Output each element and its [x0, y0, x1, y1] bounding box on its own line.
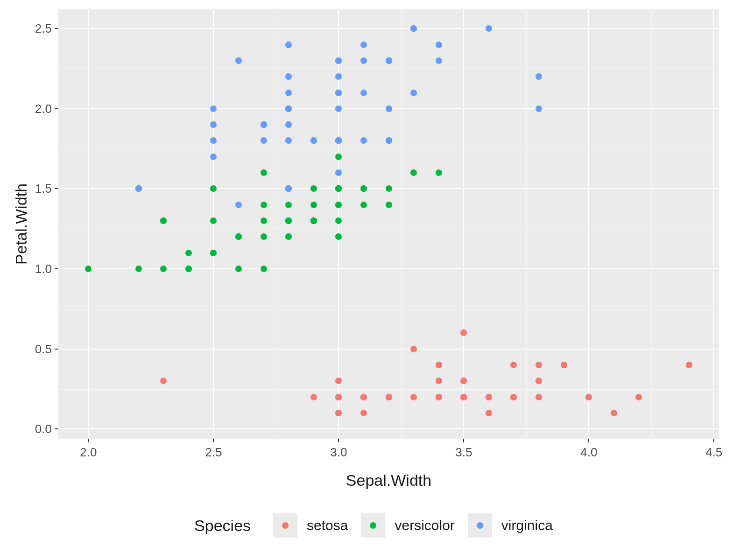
- data-point: [436, 42, 442, 48]
- grid-major-v: [463, 9, 464, 439]
- data-point: [310, 185, 317, 192]
- data-point: [410, 394, 417, 400]
- data-point: [460, 394, 467, 400]
- data-point: [335, 73, 342, 80]
- data-point: [235, 57, 242, 64]
- data-point: [386, 105, 392, 112]
- data-point: [386, 202, 392, 208]
- data-point: [285, 121, 292, 128]
- data-point: [386, 57, 392, 64]
- data-point: [486, 410, 492, 416]
- data-point: [635, 394, 642, 400]
- data-point: [335, 185, 342, 192]
- data-point: [360, 137, 367, 144]
- data-point: [160, 266, 167, 272]
- grid-minor-h: [58, 69, 719, 69]
- legend: Species setosaversicolorvirginica: [194, 513, 553, 538]
- data-point: [585, 394, 592, 400]
- data-point: [360, 202, 367, 208]
- data-point: [410, 90, 417, 96]
- legend-key: [273, 513, 297, 538]
- grid-minor-v: [151, 9, 151, 439]
- y-axis-title: Petal.Width: [12, 183, 30, 265]
- data-point: [335, 57, 342, 64]
- data-point: [360, 57, 367, 64]
- grid-major-h: [58, 268, 719, 269]
- grid-minor-h: [58, 389, 719, 390]
- x-tick: [338, 439, 339, 442]
- data-point: [335, 154, 342, 160]
- data-point: [410, 25, 417, 32]
- data-point: [285, 137, 292, 144]
- data-point: [261, 121, 267, 128]
- data-point: [536, 362, 542, 368]
- data-point: [285, 42, 292, 48]
- grid-major-v: [713, 9, 714, 439]
- grid-major-v: [588, 9, 589, 439]
- legend-title: Species: [194, 517, 251, 535]
- data-point: [261, 202, 267, 208]
- data-point: [386, 185, 392, 192]
- data-point: [410, 346, 417, 352]
- data-point: [335, 137, 342, 144]
- data-point: [335, 378, 342, 384]
- data-point: [235, 233, 242, 240]
- data-point: [611, 410, 617, 416]
- legend-label: versicolor: [395, 518, 454, 533]
- legend-label: virginica: [501, 518, 553, 533]
- data-point: [210, 185, 217, 192]
- legend-swatch: [370, 522, 376, 529]
- grid-major-h: [58, 349, 719, 350]
- grid-minor-v: [276, 9, 276, 439]
- data-point: [285, 105, 292, 112]
- data-point: [436, 394, 442, 400]
- data-point: [261, 266, 267, 272]
- data-point: [310, 137, 317, 144]
- x-tick: [463, 439, 464, 442]
- data-point: [310, 217, 317, 224]
- data-point: [335, 90, 342, 96]
- data-point: [210, 105, 217, 112]
- data-point: [261, 233, 267, 240]
- data-point: [436, 378, 442, 384]
- data-point: [285, 185, 292, 192]
- data-point: [335, 169, 342, 176]
- y-tick: [55, 428, 58, 429]
- data-point: [210, 217, 217, 224]
- data-point: [335, 105, 342, 112]
- data-point: [135, 185, 142, 192]
- data-point: [235, 266, 242, 272]
- data-point: [460, 378, 467, 384]
- legend-label: setosa: [307, 518, 348, 533]
- data-point: [360, 394, 367, 400]
- plot-panel: 0.00.51.01.52.02.52.02.53.03.54.04.5: [58, 9, 719, 439]
- x-axis-title: Sepal.Width: [346, 471, 431, 490]
- grid-major-h: [58, 28, 719, 29]
- legend-item: virginica: [468, 513, 553, 538]
- y-tick: [55, 188, 58, 189]
- data-point: [135, 266, 142, 272]
- data-point: [285, 90, 292, 96]
- data-point: [386, 394, 392, 400]
- legend-swatch: [477, 522, 483, 529]
- data-point: [160, 378, 167, 384]
- data-point: [261, 169, 267, 176]
- data-point: [486, 25, 492, 32]
- data-point: [85, 266, 92, 272]
- data-point: [335, 202, 342, 208]
- grid-minor-v: [401, 9, 402, 439]
- data-point: [185, 266, 192, 272]
- data-point: [185, 250, 192, 256]
- x-tick: [88, 439, 89, 442]
- data-point: [235, 202, 242, 208]
- legend-item: setosa: [273, 513, 348, 538]
- data-point: [510, 394, 517, 400]
- data-point: [360, 42, 367, 48]
- grid-major-h: [58, 428, 719, 429]
- legend-item: versicolor: [361, 513, 454, 538]
- data-point: [410, 169, 417, 176]
- y-tick: [55, 28, 58, 29]
- data-point: [386, 137, 392, 144]
- legend-swatch: [282, 522, 289, 529]
- data-point: [210, 250, 217, 256]
